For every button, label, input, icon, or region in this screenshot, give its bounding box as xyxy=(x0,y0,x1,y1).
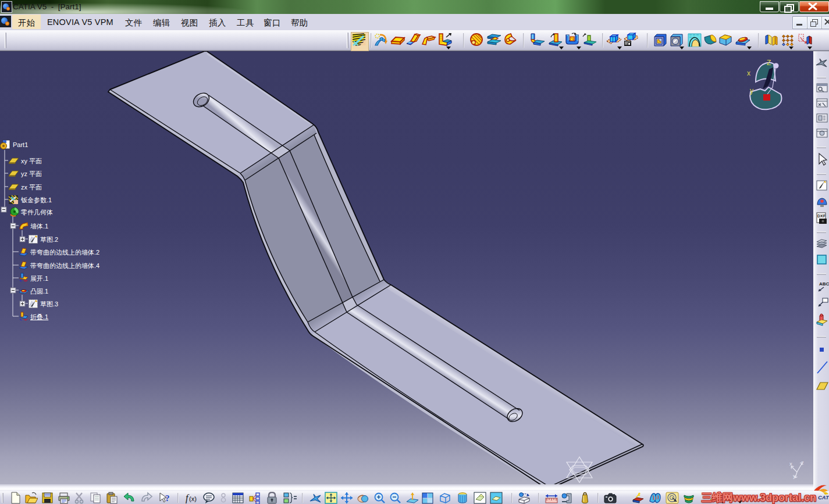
svg-text:?: ? xyxy=(165,494,170,503)
svg-text:x: x xyxy=(789,460,792,467)
svg-text:Z: Z xyxy=(767,59,771,67)
svg-text:CATIA: CATIA xyxy=(818,494,829,501)
svg-text:y: y xyxy=(793,473,796,479)
svg-text:(x): (x) xyxy=(189,495,197,502)
svg-text:DXF: DXF xyxy=(817,214,826,218)
svg-text:ABC: ABC xyxy=(819,281,829,287)
svg-text:y: y xyxy=(750,87,753,95)
svg-text:z: z xyxy=(801,459,804,466)
svg-text:x: x xyxy=(747,69,750,77)
